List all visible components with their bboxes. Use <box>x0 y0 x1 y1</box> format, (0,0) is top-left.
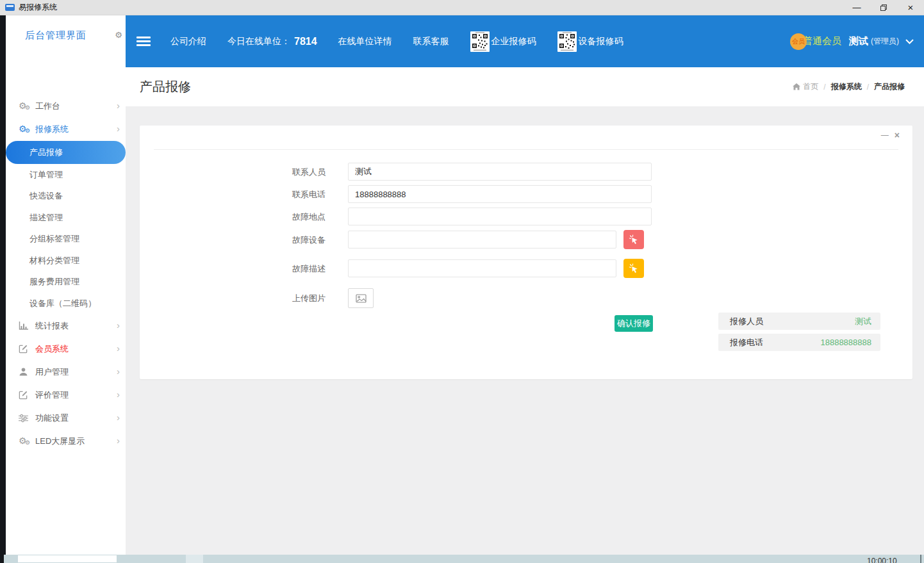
cursor-click-icon <box>629 234 639 245</box>
window-titlebar: 易报修系统 — × <box>0 0 924 15</box>
sidebar-item-label: 快选设备 <box>29 190 63 202</box>
field-label: 故障描述 <box>261 259 326 279</box>
sidebar-item-repair-system[interactable]: 报修系统 › <box>6 118 126 141</box>
info-label: 报修人员 <box>730 316 763 327</box>
breadcrumb-home[interactable]: 首页 <box>793 81 818 92</box>
breadcrumb-separator: / <box>867 83 869 92</box>
gears-icon <box>19 101 35 111</box>
window-title: 易报修系统 <box>19 2 57 13</box>
field-label: 联系人员 <box>261 163 326 182</box>
page-title: 产品报修 <box>140 78 191 95</box>
sidebar-item-review-management[interactable]: 评价管理 › <box>6 384 126 407</box>
user-menu[interactable]: 会员 普通会员 测试 (管理员) <box>790 33 914 50</box>
nav-device-repair-qrcode[interactable]: 设备报修码 <box>557 31 623 52</box>
qr-company-label: 企业报修码 <box>491 36 536 47</box>
scrollbar-thumb[interactable] <box>18 555 117 562</box>
sidebar-item-label: 分组标签管理 <box>29 233 79 245</box>
nav-online-units-detail[interactable]: 在线单位详情 <box>338 36 392 47</box>
content-area: — × 联系人员 联系电话 故障地点 故障设备 <box>126 106 924 555</box>
fault-device-input[interactable] <box>348 231 616 249</box>
breadcrumb-current: 产品报修 <box>874 81 905 92</box>
sidebar-item-label: 工作台 <box>35 101 60 112</box>
qrcode-icon <box>557 31 577 52</box>
chevron-down-icon <box>905 39 914 44</box>
nav-online-units[interactable]: 今日在线单位： 7814 <box>227 36 317 47</box>
sidebar-menu: 工作台 › 报修系统 › 产品报修 订单管理 快选设备 描述管理 分组标签管理 … <box>6 95 126 453</box>
sidebar-gear-icon[interactable] <box>115 31 122 39</box>
sidebar-item-led-display[interactable]: LED大屏显示 › <box>6 430 126 453</box>
sidebar-item-label: 评价管理 <box>35 389 69 401</box>
field-label: 上传图片 <box>261 288 326 308</box>
scrollbar-end-cap <box>920 555 921 563</box>
sidebar-item-label: 服务费用管理 <box>29 276 79 288</box>
chevron-right-icon: › <box>117 435 120 446</box>
sidebar-item-description-management[interactable]: 描述管理 <box>6 207 126 229</box>
card-minimize-button[interactable]: — <box>881 131 889 140</box>
sidebar-item-service-fee-management[interactable]: 服务费用管理 <box>6 272 126 293</box>
sliders-icon <box>19 414 35 423</box>
repair-phone-row: 报修电话 18888888888 <box>718 334 880 351</box>
sidebar-title: 后台管理界面 <box>25 29 87 42</box>
member-badge: 会员 <box>790 33 807 50</box>
user-name: 测试 <box>849 35 868 47</box>
breadcrumb-separator: / <box>823 83 825 92</box>
user-icon <box>19 367 35 377</box>
qrcode-icon <box>470 31 490 52</box>
sidebar-item-workbench[interactable]: 工作台 › <box>6 95 126 118</box>
sidebar-item-order-management[interactable]: 订单管理 <box>6 164 126 186</box>
sidebar-item-member-system[interactable]: 会员系统 › <box>6 338 126 361</box>
online-units-label: 今日在线单位： <box>227 36 290 47</box>
hamburger-menu-icon[interactable] <box>136 37 151 46</box>
upload-image-button[interactable] <box>348 288 374 308</box>
sidebar-item-label: 功能设置 <box>35 412 69 424</box>
contact-person-input[interactable] <box>348 163 652 181</box>
top-navbar: 公司介绍 今日在线单位： 7814 在线单位详情 联系客服 <box>126 15 924 67</box>
qr-device-label: 设备报修码 <box>579 36 623 47</box>
sidebar-item-user-management[interactable]: 用户管理 › <box>6 361 126 384</box>
sidebar-item-label: 用户管理 <box>35 366 69 378</box>
chevron-right-icon: › <box>117 343 120 354</box>
chevron-right-icon: › <box>117 123 120 134</box>
select-description-button[interactable] <box>623 259 644 278</box>
nav-contact-support[interactable]: 联系客服 <box>413 36 449 47</box>
scrollbar-segment <box>186 555 203 563</box>
fault-location-input[interactable] <box>348 208 652 225</box>
sidebar-item-label: LED大屏显示 <box>35 436 85 447</box>
clipped-clock-text: 10:00:10 <box>867 557 897 563</box>
sidebar-item-material-category-management[interactable]: 材料分类管理 <box>6 250 126 272</box>
sidebar-item-label: 产品报修 <box>29 147 63 158</box>
card-header-divider <box>154 149 898 150</box>
sidebar-item-product-repair[interactable]: 产品报修 <box>6 141 126 164</box>
card-close-button[interactable]: × <box>895 131 900 140</box>
home-icon <box>793 83 800 90</box>
page-header: 产品报修 首页 / 报修系统 / 产品报修 <box>126 67 924 106</box>
sidebar-item-group-tag-management[interactable]: 分组标签管理 <box>6 229 126 250</box>
window-maximize-button[interactable] <box>870 0 897 15</box>
sidebar-item-function-settings[interactable]: 功能设置 › <box>6 407 126 430</box>
info-value: 测试 <box>855 316 871 327</box>
chevron-right-icon: › <box>117 100 120 111</box>
sidebar-item-label: 材料分类管理 <box>29 255 79 266</box>
nav-company-intro[interactable]: 公司介绍 <box>170 36 206 47</box>
nav-company-repair-qrcode[interactable]: 企业报修码 <box>470 31 536 52</box>
gears-icon <box>19 436 35 446</box>
breadcrumb-home-label: 首页 <box>803 81 818 92</box>
info-value: 18888888888 <box>820 338 871 347</box>
sidebar-item-quick-device[interactable]: 快选设备 <box>6 186 126 208</box>
contact-phone-input[interactable] <box>348 185 652 203</box>
sidebar-item-statistics-report[interactable]: 统计报表 › <box>6 314 126 338</box>
confirm-repair-button[interactable]: 确认报修 <box>615 315 653 332</box>
repair-person-row: 报修人员 测试 <box>718 313 880 330</box>
nav-links: 公司介绍 今日在线单位： 7814 在线单位详情 联系客服 <box>170 31 623 52</box>
sidebar: 后台管理界面 工作台 › 报修系统 › 产品报修 订单管理 快选设备 描述管理 … <box>6 15 126 555</box>
window-close-button[interactable]: × <box>897 0 924 15</box>
fault-description-input[interactable] <box>348 259 616 277</box>
chevron-right-icon: › <box>117 412 120 423</box>
breadcrumb-section[interactable]: 报修系统 <box>831 81 862 92</box>
bar-chart-icon <box>19 321 35 330</box>
window-minimize-button[interactable]: — <box>843 0 870 15</box>
sidebar-item-device-library-qrcode[interactable]: 设备库（二维码） <box>6 293 126 314</box>
horizontal-scrollbar[interactable]: 10:00:10 <box>0 555 924 563</box>
edit-icon <box>19 344 35 354</box>
select-device-button[interactable] <box>623 230 644 249</box>
